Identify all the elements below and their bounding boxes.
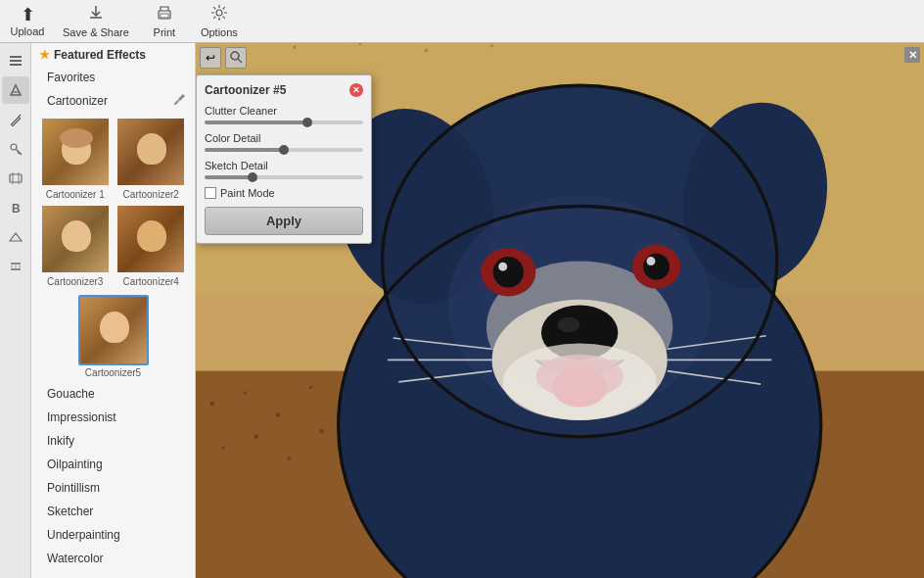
svg-rect-3 (10, 56, 22, 58)
cartoonizer-wrench-icon (173, 92, 187, 109)
cartoonizer2-image (116, 117, 186, 187)
film-icon-btn[interactable] (2, 165, 29, 192)
upload-button[interactable]: ⬆ Upload (8, 6, 47, 37)
canvas-area: ↩ ✕ Cartoonizer #5 ✕ Clutter Cleaner (196, 43, 924, 578)
star-icon: ★ (39, 48, 50, 62)
svg-point-44 (244, 391, 247, 394)
sketcher-item[interactable]: Sketcher (31, 500, 195, 523)
color-detail-row: Color Detail (205, 132, 363, 152)
cartoonizer3-thumb[interactable]: Cartoonizer3 (39, 204, 112, 287)
print-button[interactable]: Print (145, 4, 184, 38)
zoom-button[interactable] (225, 47, 247, 69)
canvas-close-button[interactable]: ✕ (904, 47, 920, 63)
cartoonizer5-label: Cartoonizer5 (85, 367, 141, 378)
sidebar: B ★ Featured Effects Favorites Cartooniz… (0, 43, 196, 578)
main-toolbar: ⬆ Upload Save & Share Print Options (0, 0, 924, 43)
layers-icon-btn[interactable] (2, 47, 29, 74)
watercolor-item[interactable]: Watercolor (31, 547, 195, 570)
svg-point-56 (320, 429, 324, 433)
underpainting-item[interactable]: Underpainting (31, 523, 195, 547)
print-icon (156, 4, 173, 24)
save-share-label: Save & Share (63, 26, 129, 38)
svg-point-55 (288, 458, 291, 460)
clutter-cleaner-track[interactable] (205, 120, 363, 124)
svg-point-46 (309, 386, 312, 389)
cartoonizer-label: Cartoonizer (47, 94, 108, 108)
bold-icon-btn[interactable]: B (2, 194, 29, 221)
svg-rect-5 (10, 64, 22, 66)
sketch-detail-label: Sketch Detail (205, 160, 363, 171)
effects-icon-btn[interactable] (2, 76, 29, 104)
paint-mode-checkbox[interactable] (205, 187, 216, 199)
svg-text:B: B (12, 202, 21, 216)
svg-point-45 (276, 412, 280, 416)
svg-line-88 (238, 59, 242, 63)
main-area: B ★ Featured Effects Favorites Cartooniz… (0, 43, 924, 578)
cartoonizer1-label: Cartoonizer 1 (46, 189, 105, 200)
cartoonizer-section[interactable]: Cartoonizer (31, 88, 195, 113)
cartoonizer5-thumb[interactable]: Cartoonizer5 (39, 295, 187, 378)
svg-point-84 (503, 344, 657, 420)
svg-line-17 (175, 101, 178, 104)
svg-rect-12 (18, 172, 20, 184)
paint-mode-label: Paint Mode (220, 187, 275, 199)
color-detail-thumb[interactable] (279, 145, 289, 155)
cartoonizer-dialog: Cartoonizer #5 ✕ Clutter Cleaner Color D… (196, 74, 372, 244)
clutter-cleaner-fill (205, 120, 307, 124)
sketch-detail-thumb[interactable] (248, 172, 257, 182)
cartoonizer5-image (78, 295, 149, 365)
save-share-button[interactable]: Save & Share (63, 4, 129, 38)
undo-button[interactable]: ↩ (200, 47, 221, 69)
cartoonizer3-label: Cartoonizer3 (47, 276, 103, 287)
print-label: Print (154, 26, 176, 38)
cartoonizer1-thumb[interactable]: Cartoonizer 1 (39, 117, 112, 200)
featured-effects-header[interactable]: ★ Featured Effects (31, 43, 195, 67)
cartoonizer4-label: Cartoonizer4 (123, 276, 179, 287)
gouache-item[interactable]: Gouache (31, 382, 195, 406)
cartoonizer4-thumb[interactable]: Cartoonizer4 (116, 204, 188, 287)
svg-rect-4 (10, 60, 22, 62)
sketch-detail-fill (205, 175, 253, 179)
brush-icon-btn[interactable] (2, 106, 29, 133)
svg-line-7 (19, 115, 21, 117)
stripes-icon-btn[interactable] (2, 253, 29, 280)
svg-point-53 (221, 446, 224, 449)
svg-point-74 (493, 257, 524, 287)
svg-point-87 (231, 52, 239, 60)
oilpainting-item[interactable]: Oilpainting (31, 453, 195, 476)
impressionist-item[interactable]: Impressionist (31, 406, 195, 429)
apply-button[interactable]: Apply (205, 207, 363, 235)
svg-point-8 (11, 144, 17, 150)
cartoonizer1-image (40, 117, 111, 187)
svg-rect-1 (161, 14, 168, 18)
color-detail-label: Color Detail (205, 132, 363, 144)
svg-point-75 (643, 254, 670, 280)
sketch-detail-track[interactable] (205, 175, 363, 179)
paint-mode-row: Paint Mode (205, 187, 363, 199)
key-icon-btn[interactable] (2, 135, 29, 163)
svg-point-38 (425, 49, 428, 52)
options-button[interactable]: Options (200, 4, 239, 38)
cartoonizer-thumbnails: Cartoonizer 1 Cartoonizer2 (31, 113, 195, 291)
cartoonizer5-single: Cartoonizer5 (31, 291, 195, 382)
dialog-title: Cartoonizer #5 (205, 83, 286, 97)
upload-label: Upload (11, 25, 45, 37)
inkify-item[interactable]: Inkify (31, 429, 195, 453)
favorites-item[interactable]: Favorites (31, 67, 195, 88)
cartoonizer2-label: Cartoonizer2 (123, 189, 179, 200)
dialog-close-button[interactable]: ✕ (349, 83, 363, 97)
apply-label: Apply (266, 214, 301, 228)
cartoonizer3-image (40, 204, 111, 274)
pointillism-item[interactable]: Pointillism (31, 476, 195, 500)
close-icon: ✕ (908, 49, 917, 62)
clutter-cleaner-thumb[interactable] (302, 118, 312, 127)
clutter-cleaner-row: Clutter Cleaner (205, 105, 363, 124)
save-share-icon (87, 4, 105, 24)
cartoonizer2-thumb[interactable]: Cartoonizer2 (116, 117, 188, 200)
options-label: Options (201, 26, 238, 38)
icon-strip: B (0, 43, 31, 578)
hat-icon-btn[interactable] (2, 223, 29, 251)
color-detail-track[interactable] (205, 148, 363, 152)
svg-point-34 (293, 45, 296, 48)
undo-icon: ↩ (206, 51, 215, 65)
